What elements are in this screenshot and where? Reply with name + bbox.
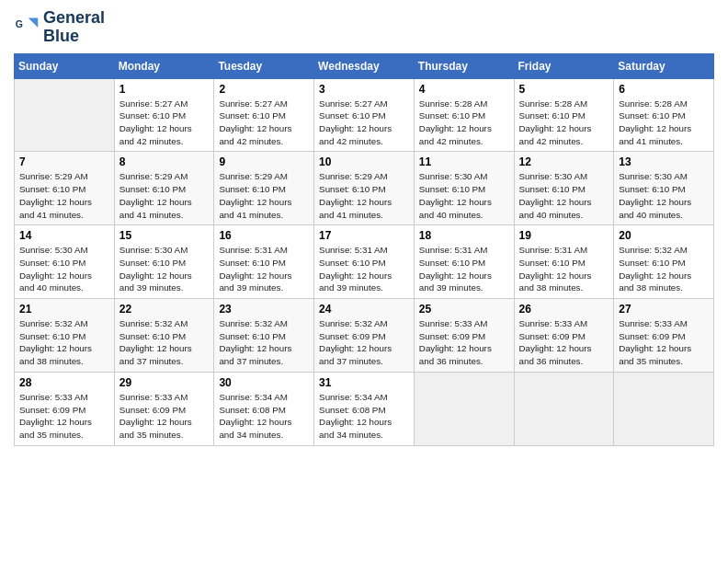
calendar-cell: 8Sunrise: 5:29 AM Sunset: 6:10 PM Daylig…: [114, 152, 214, 225]
calendar-cell: 5Sunrise: 5:28 AM Sunset: 6:10 PM Daylig…: [514, 78, 614, 152]
day-number: 4: [419, 83, 509, 96]
day-number: 1: [119, 83, 210, 96]
weekday-header: Sunday: [15, 53, 115, 78]
day-info: Sunrise: 5:31 AM Sunset: 6:10 PM Dayligh…: [419, 244, 509, 294]
calendar-cell: 23Sunrise: 5:32 AM Sunset: 6:10 PM Dayli…: [214, 299, 314, 373]
day-number: 23: [219, 303, 309, 316]
calendar-cell: 10Sunrise: 5:29 AM Sunset: 6:10 PM Dayli…: [314, 152, 415, 225]
day-info: Sunrise: 5:34 AM Sunset: 6:08 PM Dayligh…: [219, 391, 309, 442]
day-info: Sunrise: 5:32 AM Sunset: 6:10 PM Dayligh…: [119, 317, 210, 368]
day-info: Sunrise: 5:30 AM Sunset: 6:10 PM Dayligh…: [419, 170, 509, 221]
day-info: Sunrise: 5:30 AM Sunset: 6:10 PM Dayligh…: [619, 170, 709, 221]
weekday-header: Saturday: [614, 53, 714, 78]
calendar-cell: 24Sunrise: 5:32 AM Sunset: 6:09 PM Dayli…: [314, 299, 415, 373]
logo-text: General Blue: [43, 9, 105, 46]
day-number: 31: [319, 376, 409, 389]
day-info: Sunrise: 5:27 AM Sunset: 6:10 PM Dayligh…: [319, 98, 409, 148]
day-number: 27: [619, 303, 709, 316]
calendar-table: SundayMondayTuesdayWednesdayThursdayFrid…: [14, 53, 714, 446]
day-number: 13: [619, 155, 709, 168]
day-number: 18: [419, 229, 509, 242]
day-number: 19: [519, 229, 609, 242]
day-info: Sunrise: 5:33 AM Sunset: 6:09 PM Dayligh…: [119, 391, 210, 442]
calendar-cell: 26Sunrise: 5:33 AM Sunset: 6:09 PM Dayli…: [514, 299, 614, 373]
day-number: 26: [519, 303, 609, 316]
weekday-header: Monday: [114, 53, 214, 78]
day-number: 11: [419, 155, 509, 168]
calendar-cell: 6Sunrise: 5:28 AM Sunset: 6:10 PM Daylig…: [614, 78, 714, 152]
calendar-cell: 22Sunrise: 5:32 AM Sunset: 6:10 PM Dayli…: [114, 299, 214, 373]
calendar-cell: 4Sunrise: 5:28 AM Sunset: 6:10 PM Daylig…: [414, 78, 514, 152]
calendar-week: 21Sunrise: 5:32 AM Sunset: 6:10 PM Dayli…: [15, 299, 714, 373]
weekday-header: Tuesday: [214, 53, 314, 78]
logo-icon: G: [14, 15, 40, 40]
day-number: 8: [119, 155, 210, 168]
calendar-cell: 30Sunrise: 5:34 AM Sunset: 6:08 PM Dayli…: [214, 372, 314, 445]
day-number: 14: [19, 229, 109, 242]
day-info: Sunrise: 5:33 AM Sunset: 6:09 PM Dayligh…: [519, 317, 609, 368]
calendar-cell: 21Sunrise: 5:32 AM Sunset: 6:10 PM Dayli…: [15, 299, 115, 373]
calendar-cell: [15, 78, 115, 152]
calendar-cell: 2Sunrise: 5:27 AM Sunset: 6:10 PM Daylig…: [214, 78, 314, 152]
calendar-cell: 18Sunrise: 5:31 AM Sunset: 6:10 PM Dayli…: [414, 225, 514, 299]
calendar-cell: 11Sunrise: 5:30 AM Sunset: 6:10 PM Dayli…: [414, 152, 514, 225]
day-number: 5: [519, 83, 609, 96]
day-number: 29: [119, 376, 210, 389]
day-info: Sunrise: 5:34 AM Sunset: 6:08 PM Dayligh…: [319, 391, 409, 442]
calendar-cell: [514, 372, 614, 445]
calendar-cell: 29Sunrise: 5:33 AM Sunset: 6:09 PM Dayli…: [114, 372, 214, 445]
calendar-cell: 20Sunrise: 5:32 AM Sunset: 6:10 PM Dayli…: [614, 225, 714, 299]
weekday-header: Thursday: [414, 53, 514, 78]
calendar-week: 28Sunrise: 5:33 AM Sunset: 6:09 PM Dayli…: [15, 372, 714, 445]
day-number: 7: [19, 155, 109, 168]
logo: G General Blue: [14, 9, 105, 46]
day-number: 28: [19, 376, 109, 389]
day-info: Sunrise: 5:29 AM Sunset: 6:10 PM Dayligh…: [119, 170, 210, 221]
day-number: 15: [119, 229, 210, 242]
calendar-cell: 17Sunrise: 5:31 AM Sunset: 6:10 PM Dayli…: [314, 225, 415, 299]
day-info: Sunrise: 5:31 AM Sunset: 6:10 PM Dayligh…: [519, 244, 609, 294]
day-info: Sunrise: 5:31 AM Sunset: 6:10 PM Dayligh…: [319, 244, 409, 294]
calendar-cell: 31Sunrise: 5:34 AM Sunset: 6:08 PM Dayli…: [314, 372, 415, 445]
calendar-cell: 9Sunrise: 5:29 AM Sunset: 6:10 PM Daylig…: [214, 152, 314, 225]
day-info: Sunrise: 5:32 AM Sunset: 6:10 PM Dayligh…: [19, 317, 109, 368]
calendar-cell: 25Sunrise: 5:33 AM Sunset: 6:09 PM Dayli…: [414, 299, 514, 373]
day-info: Sunrise: 5:30 AM Sunset: 6:10 PM Dayligh…: [19, 244, 109, 294]
calendar-cell: 15Sunrise: 5:30 AM Sunset: 6:10 PM Dayli…: [114, 225, 214, 299]
day-number: 30: [219, 376, 309, 389]
calendar-cell: 14Sunrise: 5:30 AM Sunset: 6:10 PM Dayli…: [15, 225, 115, 299]
day-info: Sunrise: 5:30 AM Sunset: 6:10 PM Dayligh…: [119, 244, 210, 294]
day-info: Sunrise: 5:31 AM Sunset: 6:10 PM Dayligh…: [219, 244, 309, 294]
day-info: Sunrise: 5:30 AM Sunset: 6:10 PM Dayligh…: [519, 170, 609, 221]
calendar-cell: 3Sunrise: 5:27 AM Sunset: 6:10 PM Daylig…: [314, 78, 415, 152]
day-info: Sunrise: 5:28 AM Sunset: 6:10 PM Dayligh…: [519, 98, 609, 148]
weekday-header: Wednesday: [314, 53, 415, 78]
calendar-cell: 19Sunrise: 5:31 AM Sunset: 6:10 PM Dayli…: [514, 225, 614, 299]
day-info: Sunrise: 5:29 AM Sunset: 6:10 PM Dayligh…: [319, 170, 409, 221]
day-info: Sunrise: 5:27 AM Sunset: 6:10 PM Dayligh…: [219, 98, 309, 148]
day-number: 3: [319, 83, 409, 96]
calendar-cell: 7Sunrise: 5:29 AM Sunset: 6:10 PM Daylig…: [15, 152, 115, 225]
day-info: Sunrise: 5:32 AM Sunset: 6:10 PM Dayligh…: [219, 317, 309, 368]
day-number: 20: [619, 229, 709, 242]
day-number: 25: [419, 303, 509, 316]
day-info: Sunrise: 5:28 AM Sunset: 6:10 PM Dayligh…: [619, 98, 709, 148]
calendar-cell: 1Sunrise: 5:27 AM Sunset: 6:10 PM Daylig…: [114, 78, 214, 152]
day-info: Sunrise: 5:32 AM Sunset: 6:10 PM Dayligh…: [619, 244, 709, 294]
calendar-cell: [414, 372, 514, 445]
day-info: Sunrise: 5:28 AM Sunset: 6:10 PM Dayligh…: [419, 98, 509, 148]
day-number: 24: [319, 303, 409, 316]
svg-text:G: G: [16, 18, 23, 29]
day-info: Sunrise: 5:32 AM Sunset: 6:09 PM Dayligh…: [319, 317, 409, 368]
calendar-cell: 27Sunrise: 5:33 AM Sunset: 6:09 PM Dayli…: [614, 299, 714, 373]
day-info: Sunrise: 5:33 AM Sunset: 6:09 PM Dayligh…: [419, 317, 509, 368]
day-number: 12: [519, 155, 609, 168]
day-info: Sunrise: 5:29 AM Sunset: 6:10 PM Dayligh…: [219, 170, 309, 221]
calendar-cell: 28Sunrise: 5:33 AM Sunset: 6:09 PM Dayli…: [15, 372, 115, 445]
day-number: 10: [319, 155, 409, 168]
day-info: Sunrise: 5:33 AM Sunset: 6:09 PM Dayligh…: [619, 317, 709, 368]
calendar-week: 7Sunrise: 5:29 AM Sunset: 6:10 PM Daylig…: [15, 152, 714, 225]
weekday-header: Friday: [514, 53, 614, 78]
calendar-week: 1Sunrise: 5:27 AM Sunset: 6:10 PM Daylig…: [15, 78, 714, 152]
calendar-cell: [614, 372, 714, 445]
